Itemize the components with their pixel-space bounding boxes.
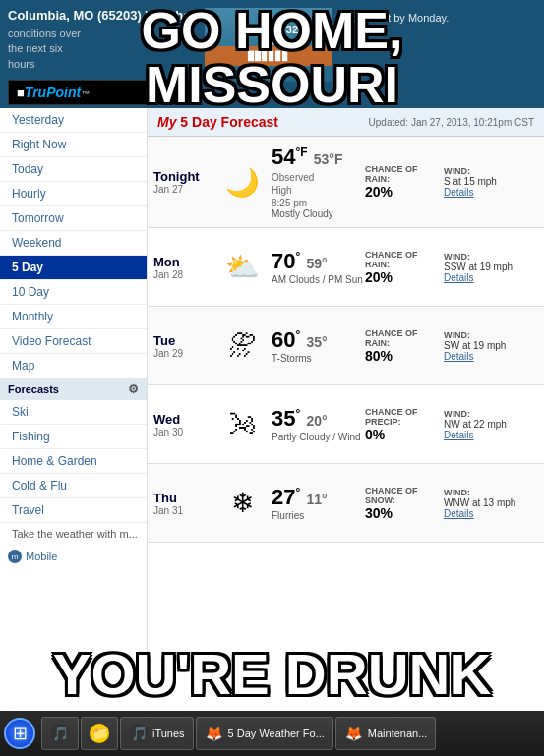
- taskbar-btn-music[interactable]: 🎵: [41, 717, 79, 750]
- sidebar-item-cold-flu[interactable]: Cold & Flu: [0, 474, 147, 498]
- day-name-tonight: Tonight: [153, 169, 212, 184]
- sidebar-item-travel[interactable]: Travel: [0, 498, 147, 523]
- sidebar-item-right-now[interactable]: Right Now: [0, 133, 147, 157]
- firefox-icon-2: 🦊: [344, 724, 364, 743]
- itunes-label: iTunes: [152, 727, 185, 739]
- forecast-row-wed: Wed Jan 30 🌬 35° 20° Partly Cloudy / Win…: [148, 385, 544, 464]
- forecast-day-tue: Tue Jan 29: [153, 333, 212, 359]
- sub-tonight: Observed: [272, 172, 314, 183]
- day-name-wed: Wed: [153, 412, 212, 427]
- details-thu[interactable]: Details: [444, 508, 538, 519]
- forecast-icon-thu: ❄: [212, 487, 272, 519]
- sidebar-item-hourly[interactable]: Hourly: [0, 182, 147, 206]
- wind-mon: WIND: SSW at 19 mph Details: [444, 252, 538, 283]
- taskbar-btn-maintenance[interactable]: 🦊 Maintenan...: [335, 717, 437, 750]
- firefox-icon-1: 🦊: [205, 724, 224, 743]
- forecast-icon-wed: 🌬: [212, 408, 272, 440]
- sidebar-item-home-garden[interactable]: Home & Garden: [0, 449, 147, 474]
- wind-thu: WIND: WNW at 13 mph Details: [444, 488, 538, 519]
- high-wed: 35° 20°: [272, 406, 328, 432]
- meme-top-text: GO HOME, MISSOURI: [0, 0, 544, 115]
- taskbar-btn-itunes[interactable]: 🎵 iTunes: [120, 717, 194, 750]
- forecast-day-wed: Wed Jan 30: [153, 412, 212, 437]
- forecast-title-text: 5 Day Forecast: [180, 114, 278, 130]
- sidebar-item-map[interactable]: Map: [0, 354, 147, 378]
- chance-wed: CHANCE OFPRECIP: 0%: [365, 407, 444, 442]
- forecast-row-thu: Thu Jan 31 ❄ 27° 11° Flurries CHANCE OFS…: [148, 464, 544, 543]
- taskbar: ⊞ 🎵 📁 🎵 iTunes 🦊 5 Day Weather Fo... 🦊 M…: [0, 711, 544, 756]
- sidebar-item-today[interactable]: Today: [0, 157, 147, 182]
- day-name-mon: Mon: [153, 255, 212, 269]
- day-name-thu: Thu: [153, 491, 212, 505]
- day-date-tonight: Jan 27: [153, 184, 212, 195]
- my-label: My: [157, 114, 176, 130]
- day-date-mon: Jan 28: [153, 269, 212, 280]
- day-date-thu: Jan 31: [153, 505, 212, 516]
- sidebar-item-monthly[interactable]: Monthly: [0, 305, 147, 329]
- forecast-day-mon: Mon Jan 28: [153, 255, 212, 280]
- forecasts-header[interactable]: Forecasts ⚙: [0, 378, 147, 400]
- mobile-item[interactable]: m Mobile: [0, 545, 147, 568]
- music-icon: 🎵: [50, 724, 70, 743]
- desc-tonight: Mostly Cloudy: [272, 208, 333, 219]
- take-weather-label: Take the weather with m...: [0, 523, 147, 545]
- itunes-icon: 🎵: [129, 724, 149, 743]
- high-thu: 27° 11°: [272, 485, 328, 510]
- chance-val-tue: 80%: [365, 348, 444, 364]
- wind-wed: WIND: NW at 22 mph Details: [444, 409, 538, 440]
- desc-mon: AM Clouds / PM Sun: [272, 274, 363, 285]
- meme-bottom-text: YOU'RE DRUNK: [0, 637, 544, 711]
- sidebar-item-video-forecast[interactable]: Video Forecast: [0, 329, 147, 354]
- taskbar-btn-folder[interactable]: 📁: [81, 717, 118, 750]
- start-button[interactable]: ⊞: [4, 718, 35, 749]
- high-mon: 70° 59°: [272, 249, 328, 274]
- forecast-temp-thu: 27° 11° Flurries: [272, 485, 365, 521]
- forecast-icon-mon: ⛅: [212, 251, 272, 283]
- chance-mon: CHANCE OFRAIN: 20%: [365, 250, 444, 285]
- details-tue[interactable]: Details: [444, 351, 538, 362]
- wind-tue: WIND: SW at 19 mph Details: [444, 330, 538, 362]
- forecast-day-tonight: Tonight Jan 27: [153, 169, 212, 195]
- day-name-tue: Tue: [153, 333, 212, 348]
- forecast-temp-tonight: 54°F 53°F Observed High 8:25 pm Mostly C…: [272, 145, 365, 219]
- folder-icon: 📁: [90, 724, 109, 743]
- chance-thu: CHANCE OFSNOW: 30%: [365, 486, 444, 521]
- forecast-title: My 5 Day Forecast: [157, 114, 278, 130]
- desc-tue: T-Storms: [272, 353, 312, 364]
- sidebar-item-ski[interactable]: Ski: [0, 400, 147, 425]
- sidebar: Yesterday Right Now Today Hourly Tomorro…: [0, 108, 148, 659]
- forecast-row-tue: Tue Jan 29 ⛈ 60° 35° T-Storms CHANCE OFR…: [148, 307, 544, 385]
- mobile-icon: m: [8, 550, 22, 563]
- chance-val-tonight: 20%: [365, 184, 444, 200]
- forecasts-label: Forecasts: [8, 383, 59, 395]
- details-mon[interactable]: Details: [444, 272, 538, 283]
- details-tonight[interactable]: Details: [444, 187, 538, 198]
- forecast-icon-tonight: 🌙: [212, 166, 272, 199]
- wind-tonight: WIND: S at 15 mph Details: [444, 166, 538, 198]
- chance-val-mon: 20%: [365, 269, 444, 285]
- forecast-day-thu: Thu Jan 31: [153, 491, 212, 516]
- forecast-temp-wed: 35° 20° Partly Cloudy / Wind: [272, 406, 365, 442]
- sidebar-item-weekend[interactable]: Weekend: [0, 231, 147, 256]
- desc-thu: Flurries: [272, 510, 304, 521]
- gear-icon[interactable]: ⚙: [128, 382, 139, 396]
- forecast-row-tonight: Tonight Jan 27 🌙 54°F 53°F Observed High…: [148, 137, 544, 228]
- chance-tonight: CHANCE OFRAIN: 20%: [365, 164, 444, 200]
- sidebar-item-5day[interactable]: 5 Day: [0, 256, 147, 280]
- sidebar-item-10day[interactable]: 10 Day: [0, 280, 147, 305]
- forecast-temp-tue: 60° 35° T-Storms: [272, 327, 365, 364]
- sidebar-item-fishing[interactable]: Fishing: [0, 425, 147, 449]
- chance-tue: CHANCE OFRAIN: 80%: [365, 328, 444, 364]
- weather-tab-label: 5 Day Weather Fo...: [228, 727, 325, 739]
- forecast-icon-tue: ⛈: [212, 329, 272, 362]
- forecast-panel: My 5 Day Forecast Updated: Jan 27, 2013,…: [148, 108, 544, 659]
- details-wed[interactable]: Details: [444, 430, 538, 440]
- chance-val-wed: 0%: [365, 427, 444, 442]
- forecast-updated: Updated: Jan 27, 2013, 10:21pm CST: [369, 117, 534, 128]
- taskbar-btn-weather[interactable]: 🦊 5 Day Weather Fo...: [196, 717, 333, 750]
- chance-val-thu: 30%: [365, 505, 444, 521]
- high-tonight: 54°F 53°F: [272, 145, 342, 170]
- sidebar-item-tomorrow[interactable]: Tomorrow: [0, 206, 147, 231]
- forecast-temp-mon: 70° 59° AM Clouds / PM Sun: [272, 249, 365, 285]
- day-date-wed: Jan 30: [153, 427, 212, 437]
